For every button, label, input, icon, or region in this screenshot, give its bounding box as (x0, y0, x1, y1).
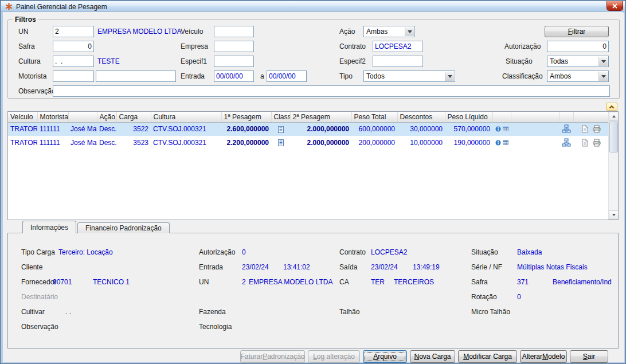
details-grid-icon[interactable] (503, 125, 508, 133)
motorista-name-input[interactable] (96, 71, 176, 82)
nova-carga-button[interactable]: Nova Carga (410, 350, 455, 363)
cell-peso-liquido[interactable]: 570,000000 (445, 122, 492, 136)
close-button[interactable] (607, 1, 623, 11)
scroll-down-icon (612, 214, 616, 218)
document-icon[interactable] (581, 125, 589, 133)
cell-veiculo[interactable]: TRATOR1 (8, 136, 37, 150)
collapse-filters-button[interactable] (606, 103, 617, 111)
cell-motorista-code[interactable]: 111111 (37, 136, 68, 150)
alterar-modelo-button[interactable]: Alterar Modelo (520, 350, 567, 363)
veiculo-label: Veículo (181, 28, 203, 36)
hierarchy-icon[interactable] (562, 138, 571, 147)
acao-dropdown-icon[interactable] (405, 27, 414, 36)
vertical-scrollbar[interactable] (608, 112, 618, 220)
column-header-carga[interactable]: Carga (116, 112, 151, 122)
filtrar-button[interactable]: Filtrar (545, 26, 609, 37)
cell-descontos[interactable]: 30,000000 (397, 122, 445, 136)
document-icon[interactable] (581, 139, 589, 147)
cell-motorista-name[interactable]: José Mar (68, 136, 97, 150)
cell-pesagem2[interactable]: 2.000,000000 (290, 136, 351, 150)
column-header-descontos[interactable]: Descontos (397, 112, 445, 122)
acao-select[interactable]: Ambas (363, 26, 415, 37)
especif1-input[interactable] (214, 56, 254, 67)
tipo-select[interactable]: Todos (363, 71, 455, 82)
info-icon[interactable] (495, 125, 501, 133)
classification-icon[interactable] (277, 139, 285, 147)
tab-informacoes[interactable]: Informações (22, 221, 76, 233)
empresa-input[interactable] (214, 41, 254, 52)
motorista-code-input[interactable] (53, 71, 94, 82)
tipo-label: Tipo (339, 72, 353, 80)
tab-bar: Informações Financeiro Padronização (22, 221, 171, 233)
cultura-input[interactable] (53, 56, 94, 67)
cell-acao[interactable]: Desc. (97, 136, 116, 150)
cultivar-value: . . (65, 308, 71, 316)
cell-cultura[interactable]: CTV.SOJ.000321 (151, 122, 221, 136)
autorizacao-input[interactable] (547, 41, 609, 52)
entrada-from-input[interactable] (214, 71, 254, 82)
tipo-carga-value: Terceiro: Locação (58, 248, 113, 256)
cell-descontos[interactable]: 10,000000 (397, 136, 445, 150)
scroll-thumb[interactable] (609, 122, 618, 152)
printer-icon[interactable] (593, 139, 601, 147)
arquivo-button[interactable]: Arquivo (363, 350, 407, 363)
classification-icon[interactable] (277, 126, 285, 134)
info-icon[interactable] (495, 139, 501, 147)
column-header-cultura[interactable]: Cultura (151, 112, 221, 122)
cell-pesagem1[interactable]: 2.200,000000 (221, 136, 271, 150)
un-input[interactable] (53, 26, 94, 37)
cell-acao[interactable]: Desc. (97, 122, 116, 136)
cell-carga[interactable]: 3523 (116, 136, 151, 150)
column-header-peso-liquido[interactable]: Peso Líquido (445, 112, 492, 122)
rotacao-value: 0 (517, 293, 521, 301)
safra-input[interactable] (53, 41, 94, 52)
classificacao-dropdown-icon[interactable] (598, 72, 608, 81)
cell-peso-total[interactable]: 600,000000 (351, 122, 397, 136)
un-label: UN (18, 28, 28, 36)
column-header-acao[interactable]: Ação (97, 112, 116, 122)
cell-veiculo[interactable]: TRATOR1 (8, 122, 37, 136)
scroll-down-button[interactable] (609, 210, 619, 220)
filters-group: Filtros UN EMPRESA MODELO LTDA Veículo A… (7, 19, 620, 99)
cell-pesagem2[interactable]: 2.000,000000 (290, 122, 351, 136)
column-header-motorista[interactable]: Motorista (37, 112, 68, 122)
log-alteracao-button[interactable]: Log alteração (308, 350, 360, 363)
entrada-to-input[interactable] (267, 71, 307, 82)
column-header-hierarchy (559, 112, 573, 122)
cell-peso-total[interactable]: 200,000000 (351, 136, 397, 150)
sair-button[interactable]: Sair (570, 350, 608, 363)
table-row[interactable]: TRATOR1 111111 José Mar Desc. 3523 CTV.S… (8, 136, 608, 150)
faturar-padronizacao-button[interactable]: Faturar Padronização (240, 350, 305, 363)
column-header-peso-total[interactable]: Peso Total (351, 112, 397, 122)
classificacao-select[interactable]: Ambos (547, 71, 609, 82)
tipo-selected-value: Todos (366, 72, 444, 80)
cell-pesagem1[interactable]: 2.600,000000 (221, 122, 271, 136)
tab-financeiro-padronizacao[interactable]: Financeiro Padronização (77, 222, 170, 233)
situacao-dropdown-icon[interactable] (598, 57, 608, 66)
info-autorizacao-label: Autorização (199, 248, 235, 256)
column-header-pesagem2[interactable]: 2ª Pesagem (290, 112, 351, 122)
details-grid-icon[interactable] (503, 139, 508, 147)
contrato-input[interactable] (373, 41, 423, 52)
cell-motorista-name[interactable]: José Mar (68, 122, 97, 136)
info-situacao-label: Situação (471, 248, 498, 256)
modificar-carga-button[interactable]: Modificar Carga (458, 350, 517, 363)
scroll-up-button[interactable] (609, 112, 619, 121)
especif2-input[interactable] (373, 56, 423, 67)
column-header-class[interactable]: Class. (271, 112, 290, 122)
saida-date-value: 23/02/24 (371, 263, 398, 271)
cell-motorista-code[interactable]: 111111 (37, 122, 68, 136)
observacao-input[interactable] (53, 85, 610, 97)
printer-icon[interactable] (593, 125, 601, 133)
column-header-motorista-nome[interactable] (68, 112, 97, 122)
situacao-select[interactable]: Todas (547, 56, 609, 67)
cell-carga[interactable]: 3522 (116, 122, 151, 136)
tipo-dropdown-icon[interactable] (445, 72, 454, 81)
veiculo-input[interactable] (214, 26, 254, 37)
table-row[interactable]: TRATOR1 111111 José Mar Desc. 3522 CTV.S… (8, 122, 608, 136)
cell-cultura[interactable]: CTV.SOJ.000321 (151, 136, 221, 150)
column-header-pesagem1[interactable]: 1ª Pesagem (221, 112, 271, 122)
hierarchy-icon[interactable] (562, 124, 571, 134)
column-header-veiculo[interactable]: Veículo (8, 112, 37, 122)
cell-peso-liquido[interactable]: 190,000000 (445, 136, 492, 150)
